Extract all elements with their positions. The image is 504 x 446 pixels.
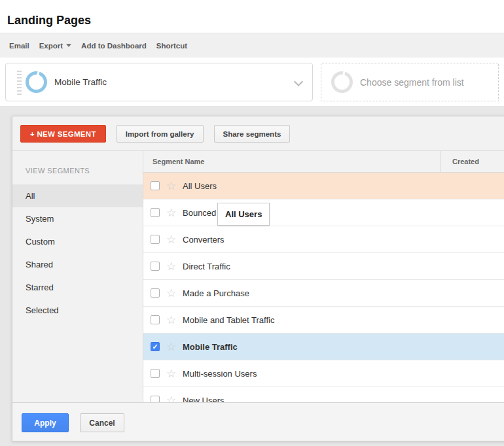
table-row-bounced-sessions[interactable]: ☆ Bounced Sessions xyxy=(143,199,504,226)
segment-chooser-label: Choose segment from list xyxy=(360,77,464,88)
import-from-gallery-button[interactable]: Import from gallery xyxy=(117,125,204,143)
export-menu[interactable]: Export xyxy=(39,42,71,50)
column-divider xyxy=(441,151,441,172)
row-checkbox[interactable] xyxy=(151,315,160,324)
new-segment-button[interactable]: + NEW SEGMENT xyxy=(20,125,106,143)
add-to-dashboard-button[interactable]: Add to Dashboard xyxy=(81,42,147,50)
table-row-mobile-and-tablet-traffic[interactable]: ☆ Mobile and Tablet Traffic xyxy=(143,307,504,334)
star-icon[interactable]: ☆ xyxy=(165,288,177,299)
sidebar-item-custom[interactable]: Custom xyxy=(12,230,143,253)
report-toolbar: Email Export Add to Dashboard Shortcut xyxy=(0,33,504,58)
page-title: Landing Pages xyxy=(0,0,504,27)
segment-name-label: New Users xyxy=(183,396,225,403)
table-row-all-users[interactable]: ☆ All Users xyxy=(143,173,504,199)
segment-name-label: Mobile Traffic xyxy=(183,342,238,352)
sidebar-item-all[interactable]: All xyxy=(12,184,143,207)
star-icon[interactable]: ☆ xyxy=(165,395,177,403)
sidebar-heading: VIEW SEGMENTS xyxy=(26,167,143,175)
segment-name-label: Mobile and Tablet Traffic xyxy=(183,315,274,325)
table-row-new-users[interactable]: ☆ New Users xyxy=(143,387,504,402)
column-header-segment-name[interactable]: Segment Name xyxy=(153,151,204,172)
table-row-direct-traffic[interactable]: ☆ Direct Traffic xyxy=(143,253,504,280)
row-checkbox[interactable] xyxy=(151,181,160,190)
column-header-created[interactable]: Created xyxy=(452,151,479,172)
share-segments-button[interactable]: Share segments xyxy=(214,125,291,143)
cancel-button[interactable]: Cancel xyxy=(80,413,124,432)
star-icon[interactable]: ☆ xyxy=(165,261,177,272)
star-icon[interactable]: ☆ xyxy=(165,207,177,218)
sidebar-item-shared[interactable]: Shared xyxy=(12,253,143,276)
segment-donut-icon xyxy=(26,71,47,93)
segment-chooser-card[interactable]: Choose segment from list xyxy=(321,63,499,101)
view-segments-sidebar: VIEW SEGMENTS All System Custom Shared S… xyxy=(12,151,143,402)
chevron-down-icon[interactable] xyxy=(294,77,303,86)
star-icon[interactable]: ☆ xyxy=(165,315,177,326)
all-users-tooltip: All Users xyxy=(217,203,270,226)
segment-name-label: Converters xyxy=(183,235,225,245)
segments-table-header: Segment Name Created xyxy=(143,151,504,173)
segment-panel-footer: Apply Cancel xyxy=(12,402,504,441)
export-menu-label: Export xyxy=(39,42,63,50)
segment-name-label: Multi-session Users xyxy=(183,369,257,379)
star-icon[interactable]: ☆ xyxy=(165,180,177,192)
segment-name-label: Direct Traffic xyxy=(183,262,230,271)
active-segment-card[interactable]: Mobile Traffic xyxy=(5,63,313,101)
segments-table-rows: ☆ All Users ☆ Bounced Sessions ☆ Convert… xyxy=(143,173,504,402)
row-checkbox[interactable] xyxy=(151,262,160,271)
row-checkbox[interactable] xyxy=(151,235,160,244)
row-checkbox[interactable] xyxy=(151,208,160,217)
star-icon[interactable]: ☆ xyxy=(165,368,177,379)
table-row-multi-session-users[interactable]: ☆ Multi-session Users xyxy=(143,360,504,387)
segment-picker-panel: + NEW SEGMENT Import from gallery Share … xyxy=(12,116,504,441)
caret-down-icon xyxy=(66,44,71,47)
segment-name-label: Made a Purchase xyxy=(183,288,249,298)
row-checkbox-checked[interactable]: ✓ xyxy=(151,342,160,351)
row-checkbox[interactable] xyxy=(151,396,160,402)
sidebar-item-system[interactable]: System xyxy=(12,207,143,230)
drag-handle-icon[interactable] xyxy=(17,71,22,95)
segment-donut-placeholder-icon xyxy=(331,71,353,93)
star-icon[interactable]: ☆ xyxy=(165,341,177,352)
active-segment-label: Mobile Traffic xyxy=(54,77,107,87)
apply-button[interactable]: Apply xyxy=(22,413,69,432)
email-button[interactable]: Email xyxy=(9,42,29,50)
segments-table: Segment Name Created ☆ All Users ☆ Bounc… xyxy=(143,151,504,402)
shortcut-button[interactable]: Shortcut xyxy=(156,42,187,50)
table-row-made-a-purchase[interactable]: ☆ Made a Purchase xyxy=(143,280,504,307)
row-checkbox[interactable] xyxy=(151,369,160,378)
sidebar-item-selected[interactable]: Selected xyxy=(12,299,143,322)
segment-name-label: All Users xyxy=(183,181,217,191)
sidebar-item-starred[interactable]: Starred xyxy=(12,276,143,299)
row-checkbox[interactable] xyxy=(151,288,160,298)
segment-bar: Mobile Traffic Choose segment from list xyxy=(0,58,504,106)
report-header: Landing Pages xyxy=(0,0,504,33)
star-icon[interactable]: ☆ xyxy=(165,234,177,245)
table-row-converters[interactable]: ☆ Converters xyxy=(143,226,504,253)
table-row-mobile-traffic[interactable]: ✓ ☆ Mobile Traffic xyxy=(143,334,504,360)
segment-panel-toolbar: + NEW SEGMENT Import from gallery Share … xyxy=(12,116,504,150)
segment-panel-body: VIEW SEGMENTS All System Custom Shared S… xyxy=(12,150,504,402)
